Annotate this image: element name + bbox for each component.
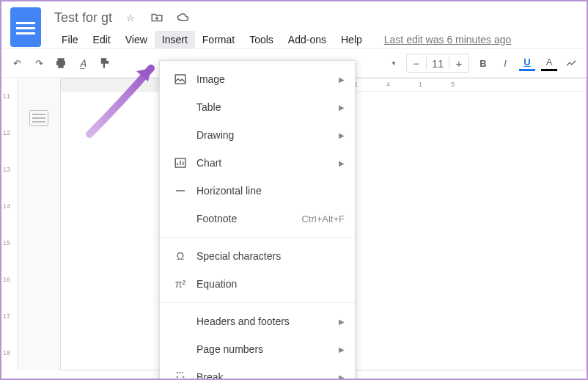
pi-icon: π²: [170, 278, 191, 290]
menu-separator: [160, 237, 355, 238]
chevron-right-icon: ▶: [339, 159, 345, 167]
print-icon[interactable]: [53, 55, 69, 71]
move-folder-icon[interactable]: [149, 10, 165, 26]
menu-label: Footnote: [191, 213, 301, 224]
redo-icon[interactable]: ↷: [31, 55, 47, 71]
insert-break[interactable]: Break ▶: [160, 363, 355, 380]
insert-special-chars[interactable]: Ω Special characters: [160, 242, 355, 270]
menu-addons[interactable]: Add-ons: [281, 31, 334, 48]
document-gutter: [18, 78, 60, 370]
menu-bar: File Edit View Insert Format Tools Add-o…: [54, 31, 578, 48]
vruler-tick: 11: [3, 92, 10, 100]
insert-table[interactable]: Table ▶: [160, 93, 355, 121]
menu-label: Drawing: [191, 129, 339, 141]
vruler-tick: 13: [3, 166, 10, 173]
break-icon: [170, 370, 191, 380]
vruler-tick: 16: [3, 276, 10, 283]
menu-label: Image: [191, 73, 339, 85]
cloud-saved-icon[interactable]: [175, 10, 191, 26]
chevron-right-icon: ▶: [339, 76, 345, 84]
insert-hr[interactable]: Horizontal line: [160, 177, 355, 205]
vruler-tick: 12: [3, 129, 10, 136]
menu-label: Page numbers: [191, 343, 339, 355]
insert-headers-footers[interactable]: Headers and footers ▶: [160, 307, 355, 335]
menu-label: Equation: [191, 278, 345, 290]
spellcheck-icon[interactable]: A̲: [75, 55, 91, 71]
menu-separator: [160, 302, 355, 303]
font-size-value[interactable]: 11: [426, 57, 449, 70]
menu-label: Headers and footers: [191, 315, 339, 327]
hruler-tick: 1: [419, 81, 422, 88]
menu-file[interactable]: File: [54, 31, 86, 48]
font-dropdown[interactable]: [384, 55, 400, 71]
vertical-ruler: 11 12 13 14 15 16 17 18: [1, 78, 18, 370]
menu-format[interactable]: Format: [195, 31, 242, 48]
image-icon: [170, 73, 191, 86]
chart-icon: [170, 156, 191, 169]
menu-label: Special characters: [191, 250, 345, 262]
insert-page-numbers[interactable]: Page numbers ▶: [160, 335, 355, 363]
doc-title[interactable]: Test for gt: [54, 10, 112, 26]
menu-edit[interactable]: Edit: [86, 31, 118, 48]
font-size-dec[interactable]: −: [407, 57, 426, 70]
hr-icon: [170, 184, 191, 197]
vruler-tick: 15: [3, 239, 10, 246]
menu-insert[interactable]: Insert: [155, 31, 195, 48]
font-size-inc[interactable]: +: [449, 57, 468, 70]
italic-button[interactable]: I: [497, 55, 513, 71]
font-size-stepper: − 11 +: [406, 54, 469, 73]
vruler-tick: 14: [3, 202, 10, 210]
insert-footnote[interactable]: Footnote Ctrl+Alt+F: [160, 205, 355, 233]
insert-drawing[interactable]: Drawing ▶: [160, 121, 355, 149]
insert-equation[interactable]: π² Equation: [160, 270, 355, 298]
outline-icon[interactable]: [29, 110, 48, 126]
chevron-right-icon: ▶: [339, 131, 345, 139]
menu-label: Table: [191, 101, 339, 113]
insert-menu-dropdown: Image ▶ Table ▶ Drawing ▶ Chart ▶ Horizo…: [159, 60, 356, 380]
chevron-right-icon: ▶: [339, 318, 345, 326]
menu-help[interactable]: Help: [334, 31, 370, 48]
menu-label: Horizontal line: [191, 185, 345, 197]
text-color-button[interactable]: A: [541, 55, 557, 71]
omega-icon: Ω: [170, 250, 191, 262]
menu-view[interactable]: View: [118, 31, 155, 48]
menu-label: Chart: [191, 157, 339, 169]
highlight-button[interactable]: [563, 55, 579, 71]
insert-chart[interactable]: Chart ▶: [160, 149, 355, 177]
docs-logo-icon[interactable]: [10, 7, 41, 47]
underline-button[interactable]: U: [519, 55, 535, 71]
last-edit-link[interactable]: Last edit was 6 minutes ago: [384, 34, 512, 45]
menu-tools[interactable]: Tools: [242, 31, 281, 48]
bold-button[interactable]: B: [475, 55, 491, 71]
vruler-tick: 17: [3, 313, 10, 320]
paint-format-icon[interactable]: [97, 55, 113, 71]
insert-image[interactable]: Image ▶: [160, 65, 355, 93]
app-header: Test for gt ☆ File Edit View Insert Form…: [1, 1, 587, 48]
chevron-right-icon: ▶: [339, 373, 345, 381]
chevron-right-icon: ▶: [339, 346, 345, 354]
hruler-tick: 4: [386, 81, 390, 88]
chevron-right-icon: ▶: [339, 103, 345, 112]
vruler-tick: 18: [3, 349, 10, 357]
hruler-tick: 5: [451, 81, 455, 88]
menu-label: Break: [191, 371, 339, 380]
undo-icon[interactable]: ↶: [9, 55, 25, 71]
menu-shortcut: Ctrl+Alt+F: [301, 213, 345, 224]
star-icon[interactable]: ☆: [122, 10, 139, 26]
